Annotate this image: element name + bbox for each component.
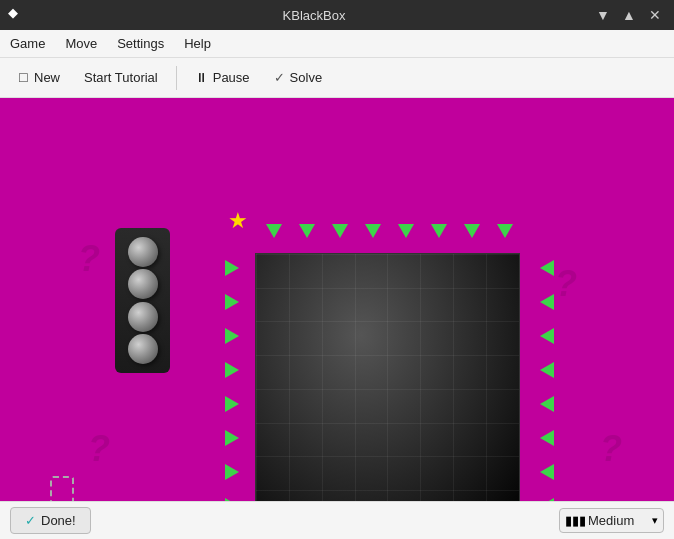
ball-slot[interactable] — [50, 476, 74, 501]
arrow-left-1[interactable] — [225, 260, 239, 276]
menu-help[interactable]: Help — [174, 32, 221, 55]
ball-3[interactable] — [128, 302, 158, 332]
tutorial-label: Start Tutorial — [84, 70, 158, 85]
arrow-left-2[interactable] — [225, 294, 239, 310]
arrow-right-7[interactable] — [540, 464, 554, 480]
ball-4[interactable] — [128, 334, 158, 364]
maximize-button[interactable]: ▲ — [618, 4, 640, 26]
app-icon: ◆ — [8, 5, 28, 25]
game-area[interactable]: ? ? ? ? ? ★ — [0, 98, 674, 501]
done-button[interactable]: ✓ Done! — [10, 507, 91, 534]
menu-move[interactable]: Move — [55, 32, 107, 55]
done-label: Done! — [41, 513, 76, 528]
black-box[interactable] — [255, 253, 520, 501]
close-button[interactable]: ✕ — [644, 4, 666, 26]
pause-button[interactable]: ⏸ Pause — [185, 66, 260, 89]
tutorial-button[interactable]: Start Tutorial — [74, 66, 168, 89]
new-label: New — [34, 70, 60, 85]
difficulty-wrapper[interactable]: ▮▮▮ Easy Medium Hard Expert ▾ — [559, 508, 664, 533]
arrow-left-3[interactable] — [225, 328, 239, 344]
arrow-top-4[interactable] — [365, 224, 381, 238]
ball-tray — [115, 228, 170, 373]
ball-1[interactable] — [128, 237, 158, 267]
solve-icon: ✓ — [274, 70, 285, 85]
arrow-right-3[interactable] — [540, 328, 554, 344]
arrow-left-5[interactable] — [225, 396, 239, 412]
titlebar: ◆ KBlackBox ▼ ▲ ✕ — [0, 0, 674, 30]
arrow-right-8[interactable] — [540, 498, 554, 501]
arrow-right-1[interactable] — [540, 260, 554, 276]
window-title: KBlackBox — [36, 8, 592, 23]
star-icon: ★ — [228, 208, 248, 234]
toolbar: ☐ New Start Tutorial ⏸ Pause ✓ Solve — [0, 58, 674, 98]
arrow-left-8[interactable] — [225, 498, 239, 501]
arrow-right-6[interactable] — [540, 430, 554, 446]
qmark-decoration: ? — [88, 428, 110, 470]
qmark-decoration: ? — [600, 428, 622, 470]
titlebar-controls: ▼ ▲ ✕ — [592, 4, 666, 26]
pause-label: Pause — [213, 70, 250, 85]
separator — [176, 66, 177, 90]
arrow-top-2[interactable] — [299, 224, 315, 238]
new-icon: ☐ — [18, 71, 29, 85]
menubar: Game Move Settings Help — [0, 30, 674, 58]
arrow-top-3[interactable] — [332, 224, 348, 238]
menu-settings[interactable]: Settings — [107, 32, 174, 55]
arrow-top-7[interactable] — [464, 224, 480, 238]
window: ◆ KBlackBox ▼ ▲ ✕ Game Move Settings Hel… — [0, 0, 674, 539]
arrow-right-2[interactable] — [540, 294, 554, 310]
minimize-button[interactable]: ▼ — [592, 4, 614, 26]
qmark-decoration: ? — [555, 263, 577, 305]
check-icon: ✓ — [25, 513, 36, 528]
difficulty-select[interactable]: Easy Medium Hard Expert — [559, 508, 664, 533]
qmark-decoration: ? — [78, 238, 100, 280]
arrow-left-4[interactable] — [225, 362, 239, 378]
arrow-left-7[interactable] — [225, 464, 239, 480]
arrow-top-8[interactable] — [497, 224, 513, 238]
menu-game[interactable]: Game — [0, 32, 55, 55]
arrow-top-6[interactable] — [431, 224, 447, 238]
arrow-right-5[interactable] — [540, 396, 554, 412]
ball-2[interactable] — [128, 269, 158, 299]
solve-label: Solve — [290, 70, 323, 85]
solve-button[interactable]: ✓ Solve — [264, 66, 333, 89]
arrow-top-5[interactable] — [398, 224, 414, 238]
arrow-right-4[interactable] — [540, 362, 554, 378]
pause-icon: ⏸ — [195, 70, 208, 85]
new-button[interactable]: ☐ New — [8, 66, 70, 89]
statusbar: ✓ Done! ▮▮▮ Easy Medium Hard Expert ▾ — [0, 501, 674, 539]
arrow-top-1[interactable] — [266, 224, 282, 238]
arrow-left-6[interactable] — [225, 430, 239, 446]
